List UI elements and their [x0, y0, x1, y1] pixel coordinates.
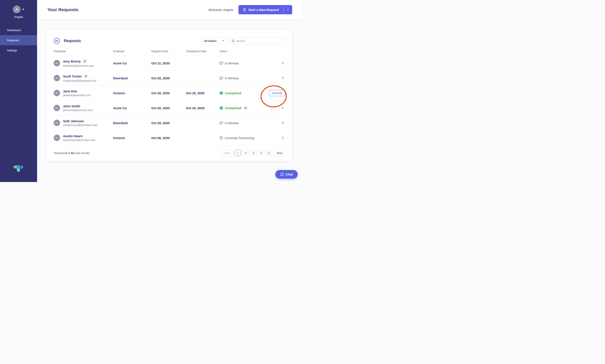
employee-name: Amy Brierly [63, 60, 81, 63]
status-label: Completed [225, 91, 241, 95]
employee-email: johnsmith@acmeco.com [63, 109, 93, 112]
card-footer: Showing 6 of 82 total results. Prev12345… [54, 145, 285, 156]
status-label: Completed [225, 106, 241, 110]
request-date-cell: Oct 20, 2020 [151, 91, 186, 95]
chat-bubble-icon [280, 172, 284, 176]
name-refresh-chip [84, 74, 88, 78]
chat-button[interactable]: Chat [275, 170, 298, 179]
request-date-cell: Oct 06, 2020 [151, 136, 186, 140]
employee-name: Jane Doe [63, 90, 77, 93]
employee-email: scotttucker@doordash.com [63, 79, 96, 82]
search-icon [232, 39, 235, 42]
chevron-right-icon [281, 106, 284, 110]
user-menu-trigger[interactable] [13, 5, 24, 13]
avatar: AC [54, 120, 60, 126]
row-chevron-button[interactable] [280, 76, 285, 81]
employee-name: Austin Hearn [63, 134, 82, 138]
request-date-cell: Oct 20, 2020 [151, 76, 186, 80]
pagination-page-2[interactable]: 2 [242, 150, 248, 156]
refresh-icon [84, 60, 86, 63]
completion-date-cell: Oct 20, 2020 [186, 91, 220, 95]
pagination-prev-button[interactable]: Prev [222, 150, 233, 156]
avatar: AC [54, 105, 60, 111]
reverify-button[interactable]: Reverify [269, 90, 285, 96]
pagination-page-4[interactable]: 4 [258, 150, 264, 156]
sidebar: Angela Dashboard Requests Settings [0, 0, 37, 182]
main-area: Your Requests Welcome, Angela Start a Ne… [37, 0, 302, 182]
employer-cell: Acme Co [113, 61, 151, 65]
status-filter-dropdown[interactable]: All Status [201, 38, 227, 44]
in-review-icon [220, 76, 223, 80]
results-summary: Showing 6 of 82 total results. [54, 152, 90, 155]
chevron-down-icon [222, 39, 224, 42]
chevron-right-icon [281, 61, 284, 65]
pagination-page-1[interactable]: 1 [235, 150, 241, 156]
sidebar-nav: Dashboard Requests Settings [0, 25, 37, 55]
col-header-status: Status [220, 50, 265, 53]
row-chevron-button[interactable] [280, 105, 285, 110]
status-label: In Review [225, 76, 239, 80]
table-body: AC Amy Brierly amybrierly@acmeco.com Acm… [54, 56, 285, 145]
request-date-cell: Oct 21, 2020 [151, 61, 186, 65]
col-header-employee: Employee [54, 50, 113, 53]
avatar: AC [54, 75, 60, 81]
search-input[interactable] [236, 39, 283, 42]
employer-cell: Invision [113, 91, 151, 95]
col-header-employer: Employer [113, 50, 151, 53]
row-chevron-button[interactable] [280, 120, 285, 125]
row-chevron-button[interactable] [280, 61, 285, 66]
table-header-row: Employee Employer Request Date Completio… [54, 50, 285, 56]
employee-name: Scott Tucker [63, 75, 82, 78]
status-label: In Review [225, 121, 239, 125]
in-review-icon [220, 61, 223, 65]
sidebar-item-dashboard[interactable]: Dashboard [0, 25, 37, 35]
employer-cell: Acme Co [113, 106, 151, 110]
pagination-page-3[interactable]: 3 [250, 150, 256, 156]
employee-email: sethjohnson@doordash.com [63, 124, 98, 127]
table-row: AC John Smith johnsmith@acmeco.com Acme … [54, 101, 285, 116]
chevron-down-icon [286, 8, 289, 11]
avatar: AC [54, 60, 60, 66]
start-new-request-button[interactable]: Start a New Request [238, 5, 292, 14]
sidebar-username: Angela [0, 15, 37, 18]
new-request-dropdown-toggle[interactable] [283, 8, 292, 11]
pagination-page-5[interactable]: 5 [266, 150, 272, 156]
chevron-right-icon [281, 121, 284, 125]
requests-card-title: Requests [64, 39, 81, 43]
top-header: Your Requests Welcome, Angela Start a Ne… [37, 0, 302, 19]
request-count-badge: 82 [54, 38, 60, 44]
in-review-icon [220, 121, 223, 125]
name-refresh-chip [82, 59, 87, 64]
table-row: AC Scott Tucker scotttucker@doordash.com… [54, 71, 285, 86]
requests-card: 82 Requests All Status Employee Employer [47, 30, 292, 161]
avatar: AC [54, 90, 60, 96]
row-chevron-button[interactable] [280, 135, 285, 140]
person-icon [15, 7, 19, 12]
refresh-icon [85, 75, 87, 78]
employee-email: amybrierly@acmeco.com [63, 64, 94, 67]
chevron-right-icon [281, 76, 284, 80]
employee-name: John Smith [63, 104, 80, 108]
sidebar-item-requests[interactable]: Requests [0, 35, 37, 45]
status-filter-value: All Status [204, 39, 217, 42]
pagination-next-button[interactable]: Next [274, 150, 285, 156]
col-header-request-date: Request Date [151, 50, 186, 53]
table-row: AC Austin Hearn austinhearn@invision.com… [54, 130, 285, 145]
employee-email: austinhearn@invision.com [63, 138, 95, 142]
request-date-cell: Oct 20, 2020 [151, 121, 186, 125]
request-date-cell: Oct 20, 2020 [151, 106, 186, 110]
page-title: Your Requests [47, 7, 78, 12]
status-refresh-chip [243, 106, 248, 110]
welcome-text: Welcome, Angela [208, 8, 233, 12]
refresh-icon [244, 107, 247, 109]
status-label: Currently Processing [225, 136, 254, 140]
start-new-request-label: Start a New Request [248, 8, 279, 12]
employee-name: Seth Johnson [63, 119, 84, 123]
search-box [229, 38, 285, 44]
sidebar-user-block: Angela [0, 0, 37, 18]
brand-logo [14, 165, 23, 172]
avatar: AC [54, 135, 60, 141]
status-label: In Review [225, 61, 239, 65]
pagination: Prev12345Next [222, 150, 285, 156]
sidebar-item-settings[interactable]: Settings [0, 45, 37, 55]
